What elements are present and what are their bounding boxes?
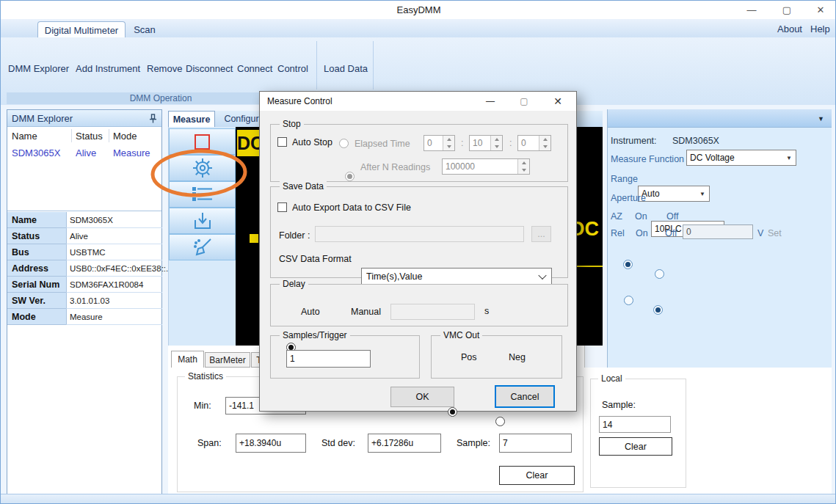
vmc-pos-label: Pos bbox=[461, 352, 477, 362]
hours-spinner[interactable]: 0 bbox=[424, 135, 455, 151]
az-on-radio[interactable] bbox=[623, 260, 633, 269]
prop-value: SDM3065X bbox=[66, 212, 162, 228]
pin-icon[interactable] bbox=[149, 114, 157, 123]
broom-icon bbox=[192, 237, 213, 258]
browse-button[interactable]: ... bbox=[531, 226, 551, 242]
prop-label: Mode bbox=[7, 309, 66, 325]
maximize-icon[interactable]: ▢ bbox=[776, 2, 798, 17]
rel-on-radio[interactable] bbox=[624, 296, 633, 305]
remove-button[interactable]: Remove bbox=[147, 61, 182, 76]
delay-unit-label: s bbox=[484, 306, 489, 316]
az-off-radio[interactable] bbox=[655, 269, 664, 279]
clear-display-button[interactable] bbox=[169, 234, 236, 260]
n-readings-spinner[interactable]: 100000 bbox=[442, 158, 530, 175]
gear-icon bbox=[192, 157, 214, 179]
tab-scan-label: Scan bbox=[134, 24, 156, 35]
stop-square-button[interactable] bbox=[169, 128, 236, 155]
hours-value: 0 bbox=[424, 136, 443, 150]
statistics-clear-button[interactable]: Clear bbox=[499, 466, 575, 485]
prop-value: Measure bbox=[66, 309, 162, 325]
rel-off-label: Off bbox=[665, 228, 677, 238]
tab-measure[interactable]: Measure bbox=[168, 111, 215, 127]
samples-trigger-caption: Samples/Trigger bbox=[280, 330, 350, 340]
rel-unit-label: V bbox=[757, 228, 763, 238]
csv-format-select[interactable]: Time(s),Value bbox=[361, 268, 552, 285]
auto-stop-label: Auto Stop bbox=[292, 137, 332, 147]
seconds-spinner[interactable]: 0 bbox=[517, 135, 551, 151]
sample-field[interactable]: 7 bbox=[499, 434, 572, 453]
load-data-button[interactable]: Load Data bbox=[324, 61, 368, 76]
range-select[interactable]: Auto ▼ bbox=[638, 186, 710, 202]
vmc-pos-radio[interactable] bbox=[448, 407, 457, 417]
instrument-row-name[interactable]: SDM3065X bbox=[12, 147, 60, 158]
cancel-button[interactable]: Cancel bbox=[495, 385, 555, 408]
prop-label: SW Ver. bbox=[7, 293, 66, 309]
spinner-arrows[interactable] bbox=[443, 136, 454, 150]
after-n-readings-radio[interactable] bbox=[345, 172, 355, 181]
delay-value-field[interactable] bbox=[390, 304, 475, 320]
tab-barmeter[interactable]: BarMeter bbox=[205, 352, 250, 368]
dialog-maximize-icon[interactable]: ▢ bbox=[514, 94, 534, 109]
tab-configure[interactable]: Configur bbox=[218, 111, 265, 127]
dmm-explorer-title: DMM Explorer bbox=[12, 113, 73, 124]
minimize-icon[interactable]: — bbox=[741, 2, 763, 17]
instrument-row-mode[interactable]: Measure bbox=[113, 147, 150, 158]
dialog-title-bar: Measure Control — ▢ ✕ bbox=[260, 92, 576, 111]
local-clear-button[interactable]: Clear bbox=[599, 437, 672, 456]
tab-barmeter-label: BarMeter bbox=[209, 355, 245, 365]
close-icon[interactable]: ✕ bbox=[810, 2, 832, 17]
spinner-arrows[interactable] bbox=[517, 159, 529, 174]
dmm-explorer-button[interactable]: DMM Explorer bbox=[8, 61, 69, 76]
auto-export-checkbox[interactable] bbox=[277, 202, 287, 212]
chevron-down-icon[interactable]: ▼ bbox=[818, 115, 824, 123]
dialog-close-icon[interactable]: ✕ bbox=[548, 94, 568, 109]
local-group: Local Sample: 14 Clear bbox=[590, 379, 686, 488]
control-button[interactable]: Control bbox=[277, 61, 308, 76]
elapsed-time-radio[interactable] bbox=[339, 139, 349, 148]
local-sample-field[interactable]: 14 bbox=[599, 416, 671, 433]
chevron-down-icon: ▼ bbox=[786, 155, 792, 161]
min-label: Min: bbox=[194, 401, 211, 411]
instrument-row-status[interactable]: Alive bbox=[76, 147, 96, 158]
measure-function-select[interactable]: DC Voltage ▼ bbox=[686, 150, 796, 166]
tab-math[interactable]: Math bbox=[171, 351, 204, 368]
rel-label: Rel bbox=[611, 228, 625, 238]
spinner-arrows[interactable] bbox=[539, 136, 550, 150]
rel-on-label: On bbox=[636, 228, 648, 238]
disconnect-button[interactable]: Disconnect bbox=[186, 61, 233, 76]
save-data-caption: Save Data bbox=[280, 181, 327, 191]
ok-button[interactable]: OK bbox=[390, 387, 454, 407]
dialog-minimize-icon[interactable]: — bbox=[480, 94, 501, 109]
elapsed-time-label: Elapsed Time bbox=[355, 139, 410, 149]
menu-help[interactable]: Help bbox=[810, 23, 830, 34]
connect-button[interactable]: Connect bbox=[237, 61, 272, 76]
measure-function-value: DC Voltage bbox=[690, 153, 735, 163]
grid-divider bbox=[109, 129, 109, 142]
az-off-label: Off bbox=[666, 211, 678, 222]
tab-measure-label: Measure bbox=[173, 114, 211, 125]
tab-digital-multimeter-label: Digital Multimeter bbox=[45, 25, 118, 36]
prop-label: Bus bbox=[7, 244, 66, 260]
rel-set-button[interactable]: Set bbox=[768, 228, 782, 238]
samples-trigger-field[interactable]: 1 bbox=[286, 350, 371, 368]
menu-about[interactable]: About bbox=[777, 23, 802, 34]
folder-field[interactable] bbox=[315, 226, 524, 242]
reading-list-button[interactable] bbox=[169, 181, 236, 208]
add-instrument-button[interactable]: Add Instrument bbox=[76, 61, 140, 76]
vmc-neg-radio[interactable] bbox=[495, 417, 505, 426]
minutes-spinner[interactable]: 10 bbox=[469, 135, 503, 151]
rel-value-field[interactable]: 0 bbox=[683, 224, 753, 239]
stddev-field[interactable]: +6.17286u bbox=[368, 434, 441, 453]
export-data-button[interactable] bbox=[169, 208, 236, 234]
auto-stop-checkbox[interactable] bbox=[277, 137, 287, 147]
rel-off-radio[interactable] bbox=[653, 305, 663, 315]
tab-digital-multimeter[interactable]: Digital Multimeter bbox=[37, 21, 126, 38]
range-label: Range bbox=[611, 174, 638, 184]
tab-scan[interactable]: Scan bbox=[126, 21, 164, 37]
folder-label: Folder : bbox=[279, 230, 310, 241]
red-square-icon bbox=[195, 134, 210, 150]
span-field[interactable]: +18.3940u bbox=[236, 434, 306, 453]
instrument-panel-header: ▼ bbox=[608, 109, 832, 128]
spinner-arrows[interactable] bbox=[490, 136, 502, 150]
measure-control-settings-button[interactable] bbox=[169, 155, 236, 181]
